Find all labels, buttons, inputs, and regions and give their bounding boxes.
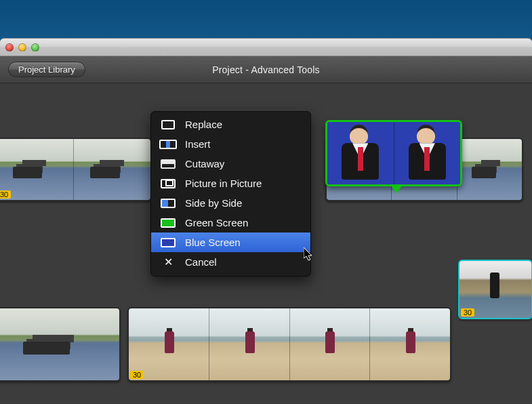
clip-thumbnail xyxy=(209,308,290,380)
sbs-icon xyxy=(159,198,177,209)
menu-item-cutaway[interactable]: Cutaway xyxy=(151,154,310,174)
timeline-clip[interactable]: 30 xyxy=(0,138,152,201)
clip-thumbnail xyxy=(0,139,74,200)
menu-item-label: Insert xyxy=(185,138,211,150)
timeline-lower[interactable]: 30 30 xyxy=(0,307,532,388)
clip-thumbnail xyxy=(290,308,371,380)
menu-item-blue-screen[interactable]: Blue Screen xyxy=(151,233,310,252)
mouse-cursor-icon xyxy=(304,247,316,262)
menu-item-label: Replace xyxy=(185,119,222,130)
menu-item-label: Picture in Picture xyxy=(185,178,262,189)
close-window-button[interactable] xyxy=(5,43,14,52)
clip-thumbnail xyxy=(327,122,394,184)
clip-duration-badge: 30 xyxy=(130,371,144,379)
zoom-window-button[interactable] xyxy=(31,43,39,52)
dragged-clip[interactable] xyxy=(325,120,462,186)
cutaway-icon xyxy=(159,159,177,169)
project-library-button[interactable]: Project Library xyxy=(8,62,85,77)
cancel-icon: ✕ xyxy=(159,257,177,268)
clip-duration-badge: 30 xyxy=(0,190,11,199)
app-window: Project Library Project - Advanced Tools… xyxy=(0,38,532,404)
menu-item-green-screen[interactable]: Green Screen xyxy=(151,213,310,233)
drop-indicator-icon xyxy=(390,185,403,193)
menu-item-label: Blue Screen xyxy=(185,237,241,248)
clip-drop-context-menu[interactable]: Replace Insert Cutaway Picture in Pictur… xyxy=(150,111,311,277)
clip-thumbnail xyxy=(129,308,209,380)
menu-item-label: Cutaway xyxy=(185,158,224,169)
menu-item-label: Side by Side xyxy=(185,197,242,209)
timeline-clip[interactable]: 30 xyxy=(127,307,451,382)
menu-item-insert[interactable]: Insert xyxy=(151,134,310,154)
menu-item-picture-in-picture[interactable]: Picture in Picture xyxy=(151,174,310,193)
clip-duration-badge: 30 xyxy=(461,308,474,317)
timeline-clip-selected[interactable]: 30 xyxy=(458,260,532,319)
blue-screen-icon xyxy=(159,237,177,248)
menu-item-cancel[interactable]: ✕ Cancel xyxy=(151,252,310,272)
insert-icon xyxy=(159,139,177,150)
clip-thumbnail xyxy=(74,139,151,200)
menu-item-replace[interactable]: Replace xyxy=(151,115,310,134)
menu-item-label: Cancel xyxy=(185,256,217,268)
clip-thumbnail xyxy=(370,308,450,380)
minimize-window-button[interactable] xyxy=(18,43,26,52)
clip-thumbnail xyxy=(394,122,461,184)
menu-item-label: Green Screen xyxy=(185,217,248,228)
pip-icon xyxy=(159,178,177,189)
titlebar xyxy=(0,39,532,56)
project-title: Project - Advanced Tools xyxy=(212,64,320,75)
project-workarea: 30 xyxy=(0,83,532,404)
clip-thumbnail xyxy=(457,139,522,200)
timeline-clip[interactable] xyxy=(0,307,121,382)
menu-item-side-by-side[interactable]: Side by Side xyxy=(151,193,310,213)
clip-thumbnail xyxy=(0,308,119,380)
replace-icon xyxy=(159,119,177,130)
toolbar: Project Library Project - Advanced Tools xyxy=(0,56,532,83)
green-screen-icon xyxy=(159,218,177,228)
svg-marker-0 xyxy=(304,247,312,260)
